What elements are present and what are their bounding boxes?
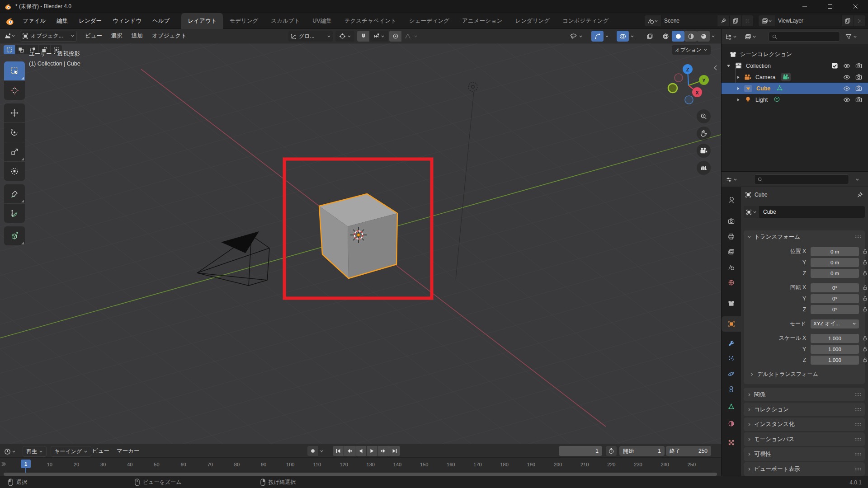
cube-expand-icon[interactable] [736, 86, 741, 91]
proportional-edit-toggle[interactable] [389, 31, 401, 42]
proportional-falloff-chevron-icon[interactable] [414, 34, 418, 38]
viewport-zoom-button[interactable] [697, 109, 711, 123]
camera-hide-eye-icon[interactable] [843, 74, 850, 81]
light-gizmo[interactable] [468, 82, 477, 91]
ptab-scene[interactable] [722, 259, 741, 275]
window-minimize-button[interactable] [792, 0, 817, 13]
shading-solid-button[interactable] [672, 31, 684, 42]
show-gizmo-toggle[interactable] [591, 31, 604, 42]
lock-icon[interactable] [862, 296, 868, 301]
rotation-z-field[interactable]: 0° [811, 305, 859, 314]
editor-type-button-3d-viewport[interactable] [2, 31, 17, 42]
cube-hide-eye-icon[interactable] [843, 85, 850, 92]
panel-relations[interactable]: 関係 [744, 388, 865, 401]
scale-y-field[interactable]: 1.000 [811, 345, 859, 354]
nav-axis-y[interactable]: Y [699, 75, 709, 85]
camera-render-camera-icon[interactable] [855, 74, 862, 80]
nav-axis-neg-z[interactable] [685, 96, 693, 104]
tool-add-cube[interactable] [4, 226, 25, 245]
timeline-scrollbar[interactable] [4, 473, 717, 476]
tab-animation[interactable]: アニメーション [456, 13, 509, 29]
lock-icon[interactable] [862, 285, 868, 291]
blender-menu-icon[interactable] [5, 16, 14, 25]
gizmo-dropdown-icon[interactable] [605, 34, 609, 38]
menu-file[interactable]: ファイル [17, 13, 51, 29]
select-mode-new-button[interactable] [4, 45, 15, 54]
menu-add[interactable]: 追加 [127, 29, 147, 43]
current-frame-field[interactable]: 1 [559, 446, 602, 456]
cube-mesh-data-badge[interactable] [776, 84, 783, 93]
shading-dropdown-icon[interactable] [711, 34, 715, 38]
auto-key-dropdown-icon[interactable] [320, 449, 324, 453]
ptab-constraints[interactable] [722, 381, 741, 397]
menu-select[interactable]: 選択 [107, 29, 127, 43]
playhead-badge[interactable]: 1 [21, 460, 31, 468]
snap-toggle-button[interactable] [357, 31, 369, 42]
tool-annotate[interactable] [4, 184, 25, 203]
shading-material-preview-button[interactable] [684, 31, 697, 42]
camera-data-badge[interactable] [781, 73, 791, 81]
tool-select-box[interactable] [4, 61, 25, 80]
sidebar-toggle-arrow[interactable] [713, 65, 718, 72]
nav-axis-z[interactable]: Z [683, 64, 693, 74]
menu-edit[interactable]: 編集 [51, 13, 73, 29]
select-mode-extend-button[interactable] [15, 45, 27, 54]
ptab-physics[interactable] [722, 366, 741, 381]
panel-visibility[interactable]: 可視性 [744, 447, 865, 461]
pivot-point-dropdown[interactable] [335, 31, 354, 42]
light-hide-eye-icon[interactable] [843, 96, 850, 103]
scene-unlink-button[interactable] [741, 15, 753, 26]
cube-render-camera-icon[interactable] [855, 85, 862, 92]
frame-start-field[interactable]: 開始1 [619, 446, 665, 456]
view-layer-copy-button[interactable] [841, 15, 854, 26]
timeline-menu-keying[interactable]: キーイング [51, 446, 91, 457]
tool-transform[interactable] [4, 162, 25, 181]
shading-rendered-button[interactable] [697, 31, 710, 42]
scene-browse-button[interactable] [645, 15, 661, 26]
viewport-options-dropdown[interactable]: オプション [672, 45, 711, 55]
menu-view[interactable]: ビュー [80, 29, 107, 43]
properties-pin-icon[interactable] [856, 192, 863, 198]
window-close-button[interactable] [843, 0, 868, 13]
collection-render-camera-icon[interactable] [855, 62, 862, 69]
tab-layout[interactable]: レイアウト [181, 13, 223, 29]
mode-dropdown[interactable]: オブジェク... [20, 31, 77, 42]
light-render-camera-icon[interactable] [855, 96, 862, 103]
previous-keyframe-button[interactable] [344, 446, 355, 456]
grip-icon[interactable] [854, 407, 861, 412]
viewport-camera-view-button[interactable] [697, 144, 711, 158]
tab-texture-paint[interactable]: テクスチャペイント [338, 13, 403, 29]
properties-options-chevron-icon[interactable] [855, 178, 859, 182]
lock-icon[interactable] [862, 259, 868, 265]
menu-window[interactable]: ウィンドウ [107, 13, 147, 29]
editor-type-button-properties[interactable] [724, 174, 739, 185]
grip-icon[interactable] [854, 437, 861, 441]
tab-compositing[interactable]: コンポジティング [556, 13, 615, 29]
scene-pin-button[interactable] [717, 15, 729, 26]
ptab-object-data[interactable] [722, 399, 741, 414]
panel-motion-paths[interactable]: モーションパス [744, 432, 865, 446]
auto-keyframe-record-button[interactable] [307, 446, 318, 456]
delta-transform-subpanel[interactable]: デルタトランスフォーム [744, 370, 865, 379]
scene-copy-button[interactable] [729, 15, 741, 26]
proportional-falloff-button[interactable] [401, 31, 414, 42]
grip-icon[interactable] [854, 452, 861, 456]
tool-scale[interactable] [4, 142, 25, 161]
tab-rendering[interactable]: レンダリング [509, 13, 556, 29]
rotation-mode-dropdown[interactable]: XYZ オイ... [811, 319, 859, 328]
ptab-object[interactable] [722, 316, 741, 332]
panel-viewport-display[interactable]: ビューポート表示 [744, 462, 865, 476]
nav-axis-neg-x[interactable] [675, 74, 683, 82]
viewport-3d[interactable]: オプション ユーザー・透視投影 (1) Collection | Cube Z … [0, 43, 721, 444]
grip-icon[interactable] [854, 392, 861, 397]
grip-icon[interactable] [854, 467, 861, 471]
ptab-render[interactable] [722, 213, 741, 229]
outliner-display-mode-dropdown[interactable] [743, 31, 758, 42]
jump-to-start-button[interactable] [333, 446, 344, 456]
ptab-collection[interactable] [722, 296, 741, 311]
outliner-filter-dropdown[interactable] [844, 31, 859, 42]
object-name-field[interactable]: Cube [744, 206, 865, 218]
grip-icon[interactable] [854, 422, 861, 427]
ptab-modifiers[interactable] [722, 335, 741, 351]
viewport-pan-button[interactable] [697, 127, 711, 141]
